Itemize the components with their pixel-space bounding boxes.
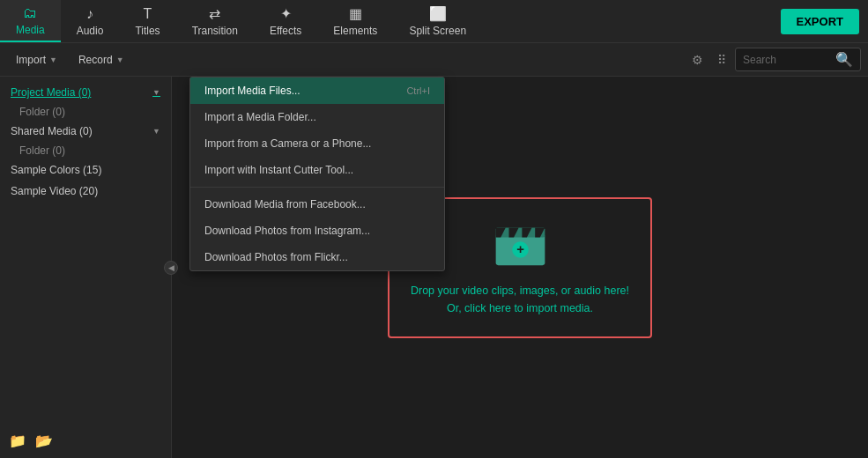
nav-effects-label: Effects	[270, 25, 301, 37]
sidebar-sample-colors-label: Sample Colors (15)	[11, 164, 160, 176]
import-camera-label: Import from a Camera or a Phone...	[204, 137, 371, 150]
sidebar-item-folder-0b[interactable]: Folder (0)	[0, 142, 171, 159]
nav-media[interactable]: 🗂 Media	[0, 0, 61, 42]
sidebar: Project Media (0) ▼ Folder (0) Shared Me…	[0, 77, 172, 458]
record-label: Record	[78, 54, 113, 66]
drop-zone-text: Drop your video clips, images, or audio …	[411, 282, 629, 317]
nav-media-label: Media	[16, 24, 45, 36]
nav-elements-label: Elements	[333, 25, 377, 37]
import-button[interactable]: Import ▼	[7, 50, 66, 70]
dropdown-item-facebook[interactable]: Download Media from Facebook...	[190, 191, 444, 218]
transition-icon: ⇄	[209, 5, 220, 22]
import-label: Import	[16, 54, 46, 66]
sidebar-item-sample-colors[interactable]: Sample Colors (15)	[0, 159, 171, 181]
new-folder-icon[interactable]: 📁	[9, 432, 26, 449]
search-box: 🔍	[735, 48, 861, 71]
drop-zone-line2: Or, click here to import media.	[411, 299, 629, 317]
import-cutter-label: Import with Instant Cutter Tool...	[204, 164, 353, 176]
sidebar-item-shared-media[interactable]: Shared Media (0) ▼	[0, 121, 171, 142]
sidebar-collapse-button[interactable]: ◀	[164, 261, 178, 275]
nav-splitscreen[interactable]: ⬜ Split Screen	[393, 0, 482, 42]
facebook-label: Download Media from Facebook...	[204, 198, 366, 211]
clapperboard-icon: +	[492, 218, 549, 270]
splitscreen-icon: ⬜	[429, 5, 447, 22]
new-smart-folder-icon[interactable]: 📂	[35, 432, 53, 449]
dropdown-item-instagram[interactable]: Download Photos from Instagram...	[190, 218, 444, 244]
nav-transition[interactable]: ⇄ Transition	[176, 0, 254, 42]
secondary-bar: Import ▼ Record ▼ ⚙ ⠿ 🔍	[0, 43, 868, 77]
sidebar-folder-0-label: Folder (0)	[19, 106, 65, 118]
record-button[interactable]: Record ▼	[70, 50, 133, 70]
import-chevron-icon: ▼	[49, 55, 57, 64]
import-folder-label: Import a Media Folder...	[204, 111, 316, 123]
main-layout: Project Media (0) ▼ Folder (0) Shared Me…	[0, 77, 868, 458]
sidebar-bottom-icons: 📁 📂	[9, 432, 53, 449]
sidebar-item-sample-video[interactable]: Sample Video (20)	[0, 181, 171, 202]
dropdown-item-flickr[interactable]: Download Photos from Flickr...	[190, 244, 444, 270]
nav-effects[interactable]: ✦ Effects	[254, 0, 317, 42]
top-nav: 🗂 Media ♪ Audio T Titles ⇄ Transition ✦ …	[0, 0, 868, 43]
import-files-shortcut: Ctrl+I	[406, 85, 430, 96]
nav-audio-label: Audio	[77, 25, 104, 37]
nav-titles[interactable]: T Titles	[119, 0, 175, 42]
grid-icon[interactable]: ⠿	[712, 49, 731, 70]
sidebar-item-folder-0[interactable]: Folder (0)	[0, 103, 171, 121]
effects-icon: ✦	[280, 5, 292, 22]
sidebar-project-media-label: Project Media (0)	[11, 86, 152, 99]
drop-zone-line1: Drop your video clips, images, or audio …	[411, 282, 629, 299]
sidebar-sample-video-label: Sample Video (20)	[11, 185, 160, 197]
sidebar-folder-0b-label: Folder (0)	[19, 144, 65, 157]
titles-icon: T	[144, 6, 152, 22]
import-files-label: Import Media Files...	[204, 85, 300, 97]
sidebar-shared-media-chevron: ▼	[152, 127, 160, 136]
export-button[interactable]: EXPORT	[781, 9, 859, 34]
nav-audio[interactable]: ♪ Audio	[61, 0, 120, 42]
sidebar-item-project-media[interactable]: Project Media (0) ▼	[0, 82, 171, 103]
record-chevron-icon: ▼	[116, 55, 124, 64]
elements-icon: ▦	[349, 5, 362, 22]
dropdown-separator	[190, 187, 444, 188]
dropdown-item-import-cutter[interactable]: Import with Instant Cutter Tool...	[190, 157, 444, 183]
instagram-label: Download Photos from Instagram...	[204, 225, 370, 237]
search-icon[interactable]: 🔍	[835, 51, 853, 68]
dropdown-item-import-files[interactable]: Import Media Files... Ctrl+I	[190, 78, 444, 104]
svg-text:+: +	[516, 242, 524, 256]
nav-transition-label: Transition	[192, 25, 238, 37]
sidebar-project-media-chevron: ▼	[152, 88, 160, 97]
dropdown-item-import-folder[interactable]: Import a Media Folder...	[190, 104, 444, 130]
search-input[interactable]	[743, 54, 831, 66]
filter-icon[interactable]: ⚙	[686, 49, 708, 70]
nav-splitscreen-label: Split Screen	[409, 25, 466, 37]
content-area: Import Media Files... Ctrl+I Import a Me…	[172, 77, 868, 458]
audio-icon: ♪	[86, 6, 93, 22]
nav-elements[interactable]: ▦ Elements	[317, 0, 393, 42]
flickr-label: Download Photos from Flickr...	[204, 251, 348, 263]
media-icon: 🗂	[23, 5, 37, 21]
nav-titles-label: Titles	[135, 25, 160, 37]
sidebar-shared-media-label: Shared Media (0)	[11, 125, 152, 137]
import-dropdown-menu: Import Media Files... Ctrl+I Import a Me…	[189, 77, 445, 271]
dropdown-item-import-camera[interactable]: Import from a Camera or a Phone...	[190, 130, 444, 157]
